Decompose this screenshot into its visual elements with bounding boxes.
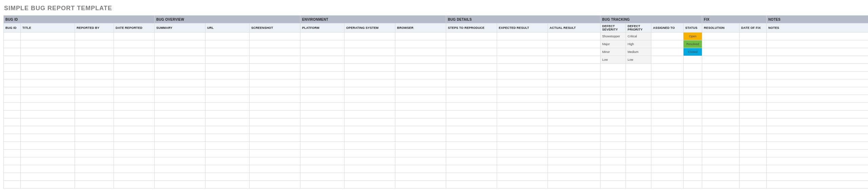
table-cell[interactable] bbox=[21, 95, 75, 103]
table-cell[interactable] bbox=[626, 134, 651, 142]
table-cell[interactable] bbox=[739, 157, 767, 165]
table-cell[interactable] bbox=[250, 142, 300, 150]
table-cell[interactable] bbox=[651, 150, 684, 157]
table-cell[interactable] bbox=[684, 118, 702, 126]
table-cell[interactable] bbox=[250, 33, 300, 40]
table-cell[interactable]: Minor bbox=[600, 48, 626, 56]
table-cell[interactable] bbox=[651, 173, 684, 181]
table-cell[interactable] bbox=[395, 87, 446, 95]
table-cell[interactable] bbox=[4, 126, 21, 134]
table-cell[interactable] bbox=[4, 173, 21, 181]
table-cell[interactable] bbox=[114, 79, 155, 87]
table-cell[interactable] bbox=[21, 181, 75, 189]
table-cell[interactable] bbox=[395, 103, 446, 111]
table-cell[interactable] bbox=[626, 126, 651, 134]
table-cell[interactable] bbox=[395, 126, 446, 134]
table-cell[interactable] bbox=[739, 103, 767, 111]
table-cell[interactable] bbox=[651, 79, 684, 87]
table-cell[interactable] bbox=[767, 126, 868, 134]
table-cell[interactable] bbox=[626, 173, 651, 181]
table-cell[interactable] bbox=[155, 103, 205, 111]
table-cell[interactable] bbox=[395, 40, 446, 48]
table-cell[interactable] bbox=[395, 181, 446, 189]
table-cell[interactable] bbox=[21, 118, 75, 126]
table-cell[interactable] bbox=[300, 33, 344, 40]
table-cell[interactable]: Low bbox=[626, 56, 651, 64]
table-cell[interactable] bbox=[548, 118, 600, 126]
table-cell[interactable] bbox=[4, 157, 21, 165]
table-cell[interactable] bbox=[75, 87, 114, 95]
table-cell[interactable] bbox=[344, 118, 395, 126]
table-cell[interactable] bbox=[702, 87, 739, 95]
table-cell[interactable] bbox=[155, 165, 205, 173]
table-cell[interactable] bbox=[21, 126, 75, 134]
table-cell[interactable] bbox=[739, 134, 767, 142]
table-cell[interactable] bbox=[344, 165, 395, 173]
table-cell[interactable] bbox=[155, 72, 205, 79]
table-cell[interactable] bbox=[600, 134, 626, 142]
table-cell[interactable] bbox=[739, 126, 767, 134]
table-cell[interactable] bbox=[344, 111, 395, 118]
table-cell[interactable] bbox=[250, 134, 300, 142]
table-cell[interactable] bbox=[344, 150, 395, 157]
table-cell[interactable] bbox=[4, 150, 21, 157]
table-cell[interactable] bbox=[205, 103, 250, 111]
table-cell[interactable] bbox=[75, 33, 114, 40]
table-cell[interactable] bbox=[684, 157, 702, 165]
table-cell[interactable] bbox=[75, 103, 114, 111]
table-cell[interactable] bbox=[250, 126, 300, 134]
table-cell[interactable] bbox=[155, 134, 205, 142]
table-cell[interactable] bbox=[250, 111, 300, 118]
table-cell[interactable] bbox=[344, 87, 395, 95]
table-cell[interactable] bbox=[600, 87, 626, 95]
table-cell[interactable] bbox=[114, 126, 155, 134]
table-cell[interactable] bbox=[702, 173, 739, 181]
table-cell[interactable] bbox=[21, 72, 75, 79]
table-cell[interactable] bbox=[702, 79, 739, 87]
table-cell[interactable] bbox=[702, 103, 739, 111]
table-cell[interactable] bbox=[767, 72, 868, 79]
table-cell[interactable] bbox=[155, 95, 205, 103]
table-cell[interactable] bbox=[767, 103, 868, 111]
table-cell[interactable] bbox=[395, 95, 446, 103]
table-cell[interactable] bbox=[395, 134, 446, 142]
table-cell[interactable] bbox=[702, 165, 739, 173]
table-cell[interactable] bbox=[4, 134, 21, 142]
table-cell[interactable] bbox=[395, 150, 446, 157]
table-cell[interactable] bbox=[4, 40, 21, 48]
table-cell[interactable] bbox=[21, 134, 75, 142]
table-cell[interactable] bbox=[739, 72, 767, 79]
table-cell[interactable] bbox=[75, 157, 114, 165]
table-cell[interactable] bbox=[300, 118, 344, 126]
table-cell[interactable] bbox=[767, 95, 868, 103]
table-cell[interactable] bbox=[702, 118, 739, 126]
table-cell[interactable] bbox=[114, 33, 155, 40]
table-cell[interactable] bbox=[702, 157, 739, 165]
table-cell[interactable] bbox=[626, 118, 651, 126]
table-cell[interactable] bbox=[250, 72, 300, 79]
table-cell[interactable] bbox=[205, 165, 250, 173]
table-cell[interactable] bbox=[739, 64, 767, 72]
table-cell[interactable] bbox=[300, 103, 344, 111]
table-cell[interactable] bbox=[684, 103, 702, 111]
table-cell[interactable] bbox=[626, 111, 651, 118]
table-cell[interactable] bbox=[300, 72, 344, 79]
table-cell[interactable] bbox=[21, 157, 75, 165]
table-cell[interactable] bbox=[300, 79, 344, 87]
table-cell[interactable] bbox=[4, 79, 21, 87]
table-cell[interactable] bbox=[21, 33, 75, 40]
table-cell[interactable] bbox=[344, 72, 395, 79]
table-cell[interactable] bbox=[114, 142, 155, 150]
table-cell[interactable] bbox=[344, 142, 395, 150]
table-cell[interactable] bbox=[651, 111, 684, 118]
table-cell[interactable] bbox=[497, 87, 548, 95]
table-cell[interactable] bbox=[651, 72, 684, 79]
table-cell[interactable] bbox=[250, 56, 300, 64]
table-cell[interactable] bbox=[446, 48, 497, 56]
table-cell[interactable] bbox=[205, 134, 250, 142]
table-cell[interactable] bbox=[684, 56, 702, 64]
table-cell[interactable] bbox=[4, 72, 21, 79]
table-cell[interactable] bbox=[114, 48, 155, 56]
table-cell[interactable] bbox=[446, 87, 497, 95]
table-cell[interactable] bbox=[75, 64, 114, 72]
